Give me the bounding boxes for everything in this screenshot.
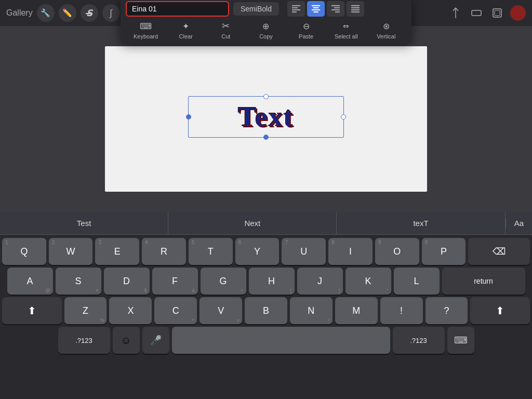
key-h[interactable]: (H <box>249 268 295 295</box>
cut-action[interactable]: ✂ Cut <box>210 20 242 39</box>
top-bar-left: Gallery 🔧 ✏️ S̶ ∫ <box>6 4 120 22</box>
keyboard-action-label: Keyboard <box>134 33 158 39</box>
svg-rect-11 <box>313 7 318 8</box>
select-all-action[interactable]: ⇔ Select all <box>330 20 362 39</box>
autocorrect-test[interactable]: Test <box>0 212 168 234</box>
key-q[interactable]: 1Q <box>2 238 46 265</box>
keyboard-area: Test Next texT Aa 1Q 2W 3E 4R 5T 6Y 7U 8… <box>0 212 532 399</box>
key-i[interactable]: 8I <box>328 238 373 265</box>
svg-rect-4 <box>493 9 501 17</box>
mic-icon: 🎤 <box>150 335 162 346</box>
text-toolbar-popup: SemiBold <box>121 0 411 44</box>
shift-key-right[interactable]: ⬆ <box>470 297 530 324</box>
avatar[interactable] <box>510 5 526 21</box>
canvas-text[interactable]: Text <box>238 101 294 133</box>
key-question[interactable]: :? <box>425 297 468 324</box>
text-style-icon: S̶ <box>86 8 92 19</box>
key-u[interactable]: 7U <box>282 238 326 265</box>
align-left-button[interactable] <box>287 1 305 17</box>
autocorrect-text[interactable]: texT <box>337 212 505 234</box>
brush-icon-button[interactable]: ✏️ <box>59 4 76 22</box>
key-row-3: ⬆ %Z X +C =V B !N ,M .! :? ⬆ <box>2 297 530 324</box>
key-v[interactable]: =V <box>200 297 242 324</box>
svg-rect-12 <box>312 9 320 10</box>
align-center-button[interactable] <box>307 1 325 17</box>
paste-action[interactable]: ⊖ Paste <box>290 20 322 39</box>
space-key[interactable] <box>172 327 390 354</box>
svg-rect-9 <box>292 11 297 12</box>
autocorrect-bar: Test Next texT Aa <box>0 212 532 235</box>
num-sym-key-left[interactable]: .?123 <box>58 327 110 354</box>
gallery-button[interactable]: Gallery <box>6 8 33 18</box>
key-p[interactable]: 0P <box>422 238 466 265</box>
keyboard-action[interactable]: ⌨ Keyboard <box>130 20 162 39</box>
return-label: return <box>474 277 493 285</box>
handle-right-center[interactable] <box>341 114 346 119</box>
keyboard-switch-key[interactable]: ⌨ <box>447 327 474 354</box>
align-right-button[interactable] <box>327 1 344 17</box>
key-y[interactable]: 6Y <box>235 238 280 265</box>
key-j[interactable]: )J <box>297 268 343 295</box>
return-key[interactable]: return <box>442 268 525 295</box>
clear-action[interactable]: ✦ Clear <box>170 20 202 39</box>
pen-icon[interactable] <box>448 5 463 21</box>
mic-key[interactable]: 🎤 <box>142 327 169 354</box>
text-element[interactable]: Text <box>188 96 344 138</box>
handle-bottom-center[interactable] <box>263 135 269 140</box>
handle-left-center[interactable] <box>186 114 191 119</box>
key-c[interactable]: +C <box>154 297 197 324</box>
vertical-action[interactable]: ⊛ Vertical <box>370 20 402 39</box>
cut-action-icon: ✂ <box>218 20 234 32</box>
key-s[interactable]: #S <box>56 268 101 295</box>
layers-icon[interactable] <box>489 5 505 21</box>
key-z[interactable]: %Z <box>64 297 107 324</box>
handle-top-center[interactable] <box>263 94 269 99</box>
key-a[interactable]: @A <box>7 268 53 295</box>
key-exclaim[interactable]: .! <box>380 297 423 324</box>
key-row-4: .?123 ☺ 🎤 .?123 ⌨ <box>2 327 530 354</box>
key-n[interactable]: !N <box>290 297 332 324</box>
key-k[interactable]: "K <box>345 268 391 295</box>
svg-rect-20 <box>351 9 360 10</box>
key-m[interactable]: ,M <box>335 297 378 324</box>
keyboard-action-icon: ⌨ <box>138 20 154 32</box>
copy-action[interactable]: ⊕ Copy <box>250 20 282 39</box>
autocorrect-aa[interactable]: Aa <box>506 219 532 228</box>
font-weight-button[interactable]: SemiBold <box>233 2 279 16</box>
key-w[interactable]: 2W <box>49 238 93 265</box>
key-t[interactable]: 5T <box>189 238 233 265</box>
key-x[interactable]: X <box>109 297 152 324</box>
copy-action-label: Copy <box>259 33 273 39</box>
key-e[interactable]: 3E <box>95 238 139 265</box>
emoji-icon: ☺ <box>121 335 131 347</box>
select-all-action-icon: ⇔ <box>338 20 354 32</box>
font-selector[interactable] <box>126 1 229 17</box>
settings-icon-button[interactable]: 🔧 <box>37 4 55 22</box>
svg-rect-10 <box>312 5 320 6</box>
vertical-action-icon: ⊛ <box>378 20 394 32</box>
svg-rect-3 <box>472 10 481 16</box>
shift-key-left[interactable]: ⬆ <box>2 297 62 324</box>
num-sym-label-left: .?123 <box>75 337 92 344</box>
text-toolbar-bottom-row: ⌨ Keyboard ✦ Clear ✂ Cut ⊕ Copy ⊖ Past <box>126 20 406 39</box>
num-sym-label-right: .?123 <box>410 337 427 344</box>
key-o[interactable]: 9O <box>375 238 419 265</box>
key-d[interactable]: $D <box>104 268 150 295</box>
emoji-key[interactable]: ☺ <box>113 327 140 354</box>
clear-action-label: Clear <box>179 33 193 39</box>
top-bar-right <box>448 5 526 21</box>
key-l[interactable]: L <box>394 268 440 295</box>
key-r[interactable]: 4R <box>142 238 186 265</box>
key-f[interactable]: &F <box>152 268 198 295</box>
eraser-icon[interactable] <box>469 5 484 21</box>
align-justify-button[interactable] <box>347 1 364 17</box>
num-sym-key-right[interactable]: .?123 <box>393 327 445 354</box>
shift-right-icon: ⬆ <box>496 304 504 317</box>
key-b[interactable]: B <box>245 297 287 324</box>
backspace-key[interactable]: ⌫ <box>468 238 530 265</box>
curve-icon-button[interactable]: ∫ <box>102 4 120 22</box>
key-g[interactable]: +G <box>201 268 246 295</box>
autocorrect-next[interactable]: Next <box>168 212 337 234</box>
strikethrough-icon-button[interactable]: S̶ <box>81 4 98 22</box>
backspace-icon: ⌫ <box>493 246 506 257</box>
